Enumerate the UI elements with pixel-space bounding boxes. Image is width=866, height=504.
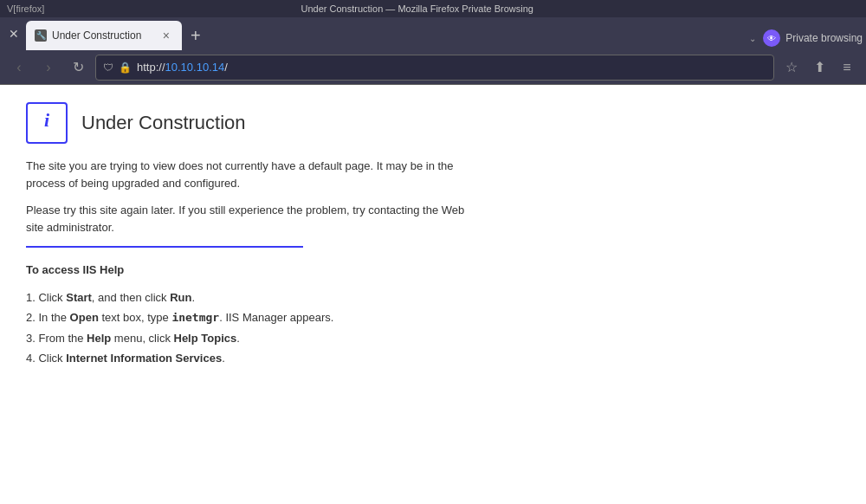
window-close-button[interactable]: ✕: [3, 17, 24, 50]
url-host: 10.10.10.14: [165, 61, 225, 74]
star-icon: ☆: [785, 59, 798, 75]
new-tab-button[interactable]: +: [184, 21, 208, 50]
step-3: 3. From the Help menu, click Help Topics…: [26, 330, 476, 347]
paragraph-2: Please try this site again later. If you…: [26, 202, 476, 236]
tab-favicon: 🔧: [35, 29, 47, 42]
window-title-center: Under Construction — Mozilla Firefox Pri…: [301, 3, 533, 14]
shield-icon: 🛡: [103, 61, 113, 74]
private-browsing-icon: 👁: [763, 29, 780, 47]
reload-icon: ↻: [73, 59, 84, 75]
title-bar: V[firefox] Under Construction — Mozilla …: [0, 0, 866, 17]
back-icon: ‹: [16, 60, 21, 75]
info-icon: i: [26, 102, 68, 144]
paragraph-1: The site you are trying to view does not…: [26, 158, 476, 191]
url-suffix: /: [224, 61, 228, 74]
divider: [26, 246, 303, 248]
url-prefix: http://: [137, 61, 165, 74]
window-title-left: V[firefox]: [7, 3, 44, 14]
nav-right-buttons: ☆ ⬆ ≡: [779, 55, 859, 80]
forward-button[interactable]: ›: [36, 55, 61, 80]
share-button[interactable]: ⬆: [807, 55, 831, 80]
forward-icon: ›: [46, 60, 50, 75]
nav-bar: ‹ › ↻ 🛡 🔒 http://10.10.10.14/ ☆ ⬆ ≡: [0, 50, 866, 85]
active-tab[interactable]: 🔧 Under Construction ×: [26, 21, 182, 50]
lock-icon: 🔒: [119, 61, 132, 74]
reload-button[interactable]: ↻: [66, 55, 90, 80]
step-4: 4. Click Internet Information Services.: [26, 350, 476, 367]
url-text: http://10.10.10.14/: [137, 61, 766, 74]
private-browsing-button[interactable]: 👁 Private browsing: [763, 29, 863, 47]
menu-button[interactable]: ≡: [835, 55, 859, 80]
hamburger-icon: ≡: [843, 60, 850, 75]
url-bar[interactable]: 🛡 🔒 http://10.10.10.14/: [95, 55, 774, 81]
page-body: The site you are trying to view does not…: [26, 158, 476, 367]
private-browsing-label: Private browsing: [785, 32, 863, 44]
page-title: Under Construction: [81, 112, 246, 134]
page-header: i Under Construction: [26, 102, 840, 144]
tab-label: Under Construction: [52, 29, 154, 42]
tab-bar-right: ⌄ 👁 Private browsing: [749, 29, 863, 50]
tab-bar: ✕ 🔧 Under Construction × + ⌄ 👁 Private b…: [0, 17, 866, 50]
bookmark-button[interactable]: ☆: [779, 55, 804, 80]
section-title: To access IIS Help: [26, 262, 476, 279]
chevron-down-icon[interactable]: ⌄: [749, 34, 756, 43]
tab-close-icon[interactable]: ×: [159, 27, 173, 44]
step-1: 1. Click Start, and then click Run.: [26, 289, 476, 307]
page-content: i Under Construction The site you are tr…: [0, 85, 866, 504]
back-button[interactable]: ‹: [7, 55, 31, 80]
step-2: 2. In the Open text box, type inetmgr. I…: [26, 309, 476, 326]
share-icon: ⬆: [814, 59, 825, 75]
steps-list: 1. Click Start, and then click Run. 2. I…: [26, 289, 476, 367]
